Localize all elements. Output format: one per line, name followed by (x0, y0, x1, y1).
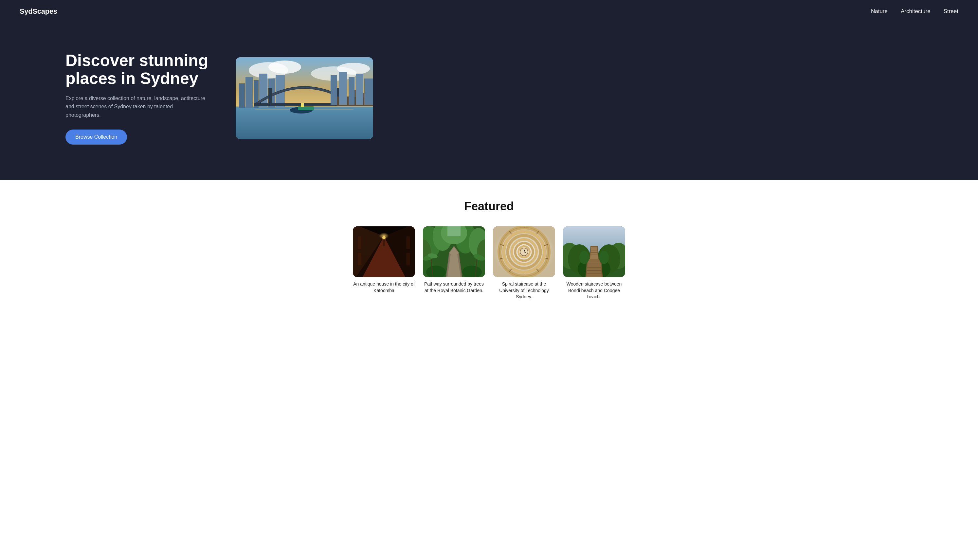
svg-rect-23 (301, 103, 304, 107)
nav-links: Nature Architecture Street (871, 8, 958, 15)
cards-grid: An antique house in the city of Katoomba (65, 227, 913, 300)
list-item: Pathway surrounded by trees at the Royal… (423, 227, 485, 300)
svg-rect-37 (406, 236, 410, 249)
svg-rect-66 (447, 227, 461, 236)
svg-rect-22 (298, 106, 314, 110)
featured-section: Featured (0, 180, 978, 327)
svg-rect-25 (339, 72, 347, 105)
nav-link-street[interactable]: Street (944, 8, 958, 14)
svg-rect-44 (383, 243, 385, 246)
svg-rect-38 (406, 253, 410, 266)
svg-rect-26 (349, 77, 354, 105)
svg-point-112 (599, 251, 609, 264)
svg-point-2 (269, 60, 301, 73)
card-image-4 (563, 227, 625, 277)
hero-section: Discover stunning places in Sydney Explo… (0, 23, 978, 180)
list-item: Spiral staircase at the University of Te… (493, 227, 555, 300)
hero-heading: Discover stunning places in Sydney (65, 52, 209, 88)
site-logo[interactable]: SydScapes (20, 7, 57, 16)
card-title-4: Wooden staircase between Bondi beach and… (563, 281, 625, 300)
svg-rect-8 (239, 83, 245, 108)
card-image-2 (423, 227, 485, 277)
hero-description: Explore a diverse collection of nature, … (65, 94, 209, 119)
svg-marker-97 (586, 259, 602, 277)
svg-rect-27 (356, 73, 363, 105)
hero-image (236, 57, 373, 139)
svg-rect-24 (330, 75, 337, 105)
card-title-2: Pathway surrounded by trees at the Royal… (423, 281, 485, 294)
nav-link-architecture[interactable]: Architecture (901, 8, 931, 14)
svg-rect-15 (269, 88, 272, 105)
browse-collection-button[interactable]: Browse Collection (65, 130, 127, 145)
card-image-1 (353, 227, 415, 277)
svg-point-111 (579, 251, 589, 264)
card-image-3 (493, 227, 555, 277)
featured-heading: Featured (65, 200, 913, 213)
svg-rect-35 (358, 236, 362, 249)
card-title-1: An antique house in the city of Katoomba (353, 281, 415, 294)
svg-rect-28 (364, 78, 373, 105)
navigation: SydScapes Nature Architecture Street (0, 0, 978, 23)
card-title-3: Spiral staircase at the University of Te… (493, 281, 555, 300)
list-item: Wooden staircase between Bondi beach and… (563, 227, 625, 300)
svg-point-43 (383, 239, 385, 243)
list-item: An antique house in the city of Katoomba (353, 227, 415, 300)
hero-text: Discover stunning places in Sydney Explo… (65, 52, 209, 145)
svg-rect-36 (358, 253, 362, 266)
nav-link-nature[interactable]: Nature (871, 8, 888, 14)
svg-rect-9 (245, 77, 253, 108)
